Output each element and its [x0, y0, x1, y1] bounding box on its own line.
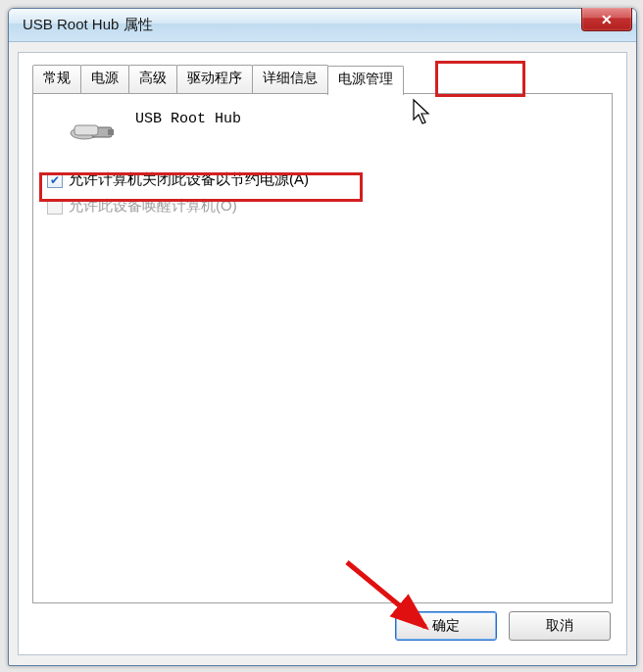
close-icon: ✕	[601, 12, 613, 27]
tab-strip: 常规 电源 高级 驱动程序 详细信息 电源管理	[32, 65, 613, 94]
window-title: USB Root Hub 属性	[23, 16, 632, 34]
device-name: USB Root Hub	[135, 111, 241, 127]
device-header: USB Root Hub	[69, 108, 600, 143]
checkbox-allow-wake-label: 允许此设备唤醒计算机(O)	[69, 197, 237, 216]
tab-panel-power-management: USB Root Hub ✔ 允许计算机关闭此设备以节约电源(A) 允许此设备唤…	[32, 93, 613, 603]
titlebar: USB Root Hub 属性 ✕	[9, 9, 636, 42]
tab-power-management[interactable]: 电源管理	[327, 66, 404, 95]
tab-advanced[interactable]: 高级	[128, 65, 177, 94]
option-allow-turn-off-row: ✔ 允许计算机关闭此设备以节约电源(A)	[47, 170, 600, 189]
ok-button[interactable]: 确定	[395, 611, 497, 641]
checkbox-allow-turn-off[interactable]: ✔	[47, 172, 63, 188]
tab-general[interactable]: 常规	[32, 65, 81, 94]
dialog-buttons: 确定 取消	[395, 611, 611, 641]
option-allow-wake-row: 允许此设备唤醒计算机(O)	[47, 197, 600, 216]
svg-rect-3	[74, 125, 98, 135]
checkbox-allow-turn-off-label: 允许计算机关闭此设备以节约电源(A)	[69, 170, 309, 189]
tab-details[interactable]: 详细信息	[252, 65, 328, 94]
tab-driver[interactable]: 驱动程序	[176, 65, 253, 94]
cancel-button[interactable]: 取消	[509, 611, 611, 641]
tab-power[interactable]: 电源	[80, 65, 129, 94]
close-button[interactable]: ✕	[581, 8, 632, 31]
checkbox-allow-wake	[47, 199, 63, 215]
svg-rect-2	[108, 129, 114, 135]
properties-dialog: USB Root Hub 属性 ✕ 常规 电源 高级 驱动程序 详细信息 电源管…	[8, 8, 637, 666]
usb-hub-icon	[69, 108, 116, 143]
client-area: 常规 电源 高级 驱动程序 详细信息 电源管理 USB Root Hub	[18, 52, 627, 655]
